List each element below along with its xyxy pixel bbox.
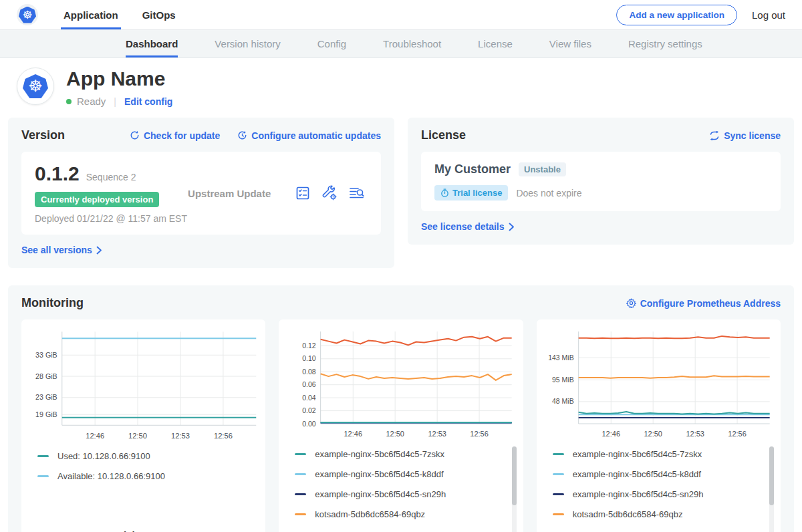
subnav-version-history[interactable]: Version history xyxy=(215,30,280,57)
svg-text:12:53: 12:53 xyxy=(686,430,704,438)
check-for-update-label: Check for update xyxy=(144,130,220,141)
cpu-usage-chart: 0.000.020.040.060.080.100.1212:4612:5012… xyxy=(285,326,516,441)
kubernetes-wheel-icon: ☸ xyxy=(23,74,48,98)
version-card: Version Check for update Configure au xyxy=(8,118,394,268)
legend-scrollbar[interactable] xyxy=(769,446,774,532)
svg-text:12:56: 12:56 xyxy=(471,430,489,438)
lines-magnifier-icon xyxy=(349,186,365,201)
see-license-details-link[interactable]: See license details xyxy=(421,221,515,232)
disk-usage-chart-title: Disk Usage xyxy=(28,529,259,532)
svg-text:12:50: 12:50 xyxy=(128,432,147,440)
legend-swatch xyxy=(553,473,564,475)
app-subnav: Dashboard Version history Config Trouble… xyxy=(0,30,802,58)
legend-scrollbar[interactable] xyxy=(512,446,517,532)
configure-automatic-updates-label: Configure automatic updates xyxy=(251,130,381,141)
deployed-timestamp: Deployed 01/21/22 @ 11:57 am EST xyxy=(35,213,188,224)
svg-text:12:56: 12:56 xyxy=(214,432,233,440)
subnav-view-files[interactable]: View files xyxy=(549,30,591,57)
license-card: License Sync license My Customer Unstabl… xyxy=(408,118,794,245)
svg-text:12:56: 12:56 xyxy=(728,430,747,438)
deployed-version-badge: Currently deployed version xyxy=(35,192,159,207)
cpu-usage-legend: example-nginx-5bc6f5d4c5-7zskxexample-ng… xyxy=(295,449,507,519)
top-navbar: ☸ Application GitOps Add a new applicati… xyxy=(0,0,802,30)
legend-label: example-nginx-5bc6f5d4c5-7zskx xyxy=(573,449,702,459)
svg-text:0.04: 0.04 xyxy=(303,394,317,402)
summary-cards-row: Version Check for update Configure au xyxy=(8,118,794,268)
cpu-usage-chart-title: CPU Usage xyxy=(285,529,516,532)
tab-gitops[interactable]: GitOps xyxy=(140,0,178,29)
disk-usage-chart: 19 GiB23 GiB28 GiB33 GiB12:4612:5012:531… xyxy=(28,326,259,443)
subnav-registry-settings[interactable]: Registry settings xyxy=(628,30,702,57)
legend-swatch xyxy=(295,513,306,515)
upstream-update-label: Upstream Update xyxy=(188,188,295,199)
see-all-versions-label: See all versions xyxy=(21,245,92,255)
legend-label: kotsadm-5db6dc6584-69qbz xyxy=(573,509,683,519)
legend-item: example-nginx-5bc6f5d4c5-7zskx xyxy=(553,449,765,459)
legend-swatch xyxy=(553,513,564,515)
legend-item: example-nginx-5bc6f5d4c5-7zskx xyxy=(295,449,507,459)
charts-row: 19 GiB23 GiB28 GiB33 GiB12:4612:5012:531… xyxy=(21,319,781,532)
subnav-dashboard[interactable]: Dashboard xyxy=(126,30,178,57)
legend-item: example-nginx-5bc6f5d4c5-k8ddf xyxy=(295,469,507,479)
configure-automatic-updates-link[interactable]: Configure automatic updates xyxy=(237,130,381,141)
legend-swatch xyxy=(295,473,306,475)
subnav-config[interactable]: Config xyxy=(317,30,346,57)
wrench-gear-icon xyxy=(321,185,338,201)
ready-status-dot xyxy=(66,99,72,104)
clock-refresh-icon xyxy=(237,130,247,140)
legend-swatch xyxy=(295,493,306,495)
logout-button[interactable]: Log out xyxy=(752,9,785,21)
subnav-license[interactable]: License xyxy=(478,30,513,57)
svg-text:12:50: 12:50 xyxy=(644,430,662,438)
channel-badge: Unstable xyxy=(519,162,566,176)
configure-prometheus-link[interactable]: Configure Prometheus Address xyxy=(626,298,781,309)
disk-usage-legend: Used: 10.128.0.66:9100Available: 10.128.… xyxy=(37,451,249,481)
sync-icon xyxy=(709,131,720,140)
edit-config-link[interactable]: Edit config xyxy=(124,96,172,107)
subnav-troubleshoot[interactable]: Troubleshoot xyxy=(383,30,441,57)
svg-text:12:46: 12:46 xyxy=(86,432,104,440)
tab-application[interactable]: Application xyxy=(61,0,121,29)
chevron-right-icon xyxy=(509,223,515,231)
checklist-icon xyxy=(295,186,310,201)
sync-license-label: Sync license xyxy=(724,130,781,141)
configure-prometheus-label: Configure Prometheus Address xyxy=(640,298,781,309)
monitoring-title: Monitoring xyxy=(21,296,84,310)
stopwatch-icon xyxy=(440,188,449,197)
check-for-update-link[interactable]: Check for update xyxy=(130,130,220,141)
cpu-usage-chart-card: 0.000.020.040.060.080.100.1212:4612:5012… xyxy=(279,319,523,532)
divider: | xyxy=(114,96,116,107)
customer-name: My Customer xyxy=(434,162,511,176)
legend-swatch xyxy=(37,475,49,477)
svg-text:12:50: 12:50 xyxy=(386,430,405,438)
svg-text:0.06: 0.06 xyxy=(303,380,317,388)
legend-label: example-nginx-5bc6f5d4c5-sn29h xyxy=(315,489,446,499)
svg-text:0.00: 0.00 xyxy=(303,420,317,428)
release-notes-button[interactable] xyxy=(295,186,310,201)
legend-item: example-nginx-5bc6f5d4c5-sn29h xyxy=(553,489,765,499)
memory-usage-legend: example-nginx-5bc6f5d4c5-7zskxexample-ng… xyxy=(553,449,765,519)
legend-swatch xyxy=(295,453,306,455)
legend-label: kotsadm-5db6dc6584-69qbz xyxy=(315,509,425,519)
add-application-button[interactable]: Add a new application xyxy=(616,5,737,25)
gear-icon xyxy=(626,298,636,308)
legend-swatch xyxy=(37,455,49,457)
see-all-versions-link[interactable]: See all versions xyxy=(21,245,102,255)
legend-item: Used: 10.128.0.66:9100 xyxy=(37,451,249,461)
config-values-button[interactable] xyxy=(321,185,338,201)
version-card-title: Version xyxy=(21,128,65,142)
svg-text:0.02: 0.02 xyxy=(303,406,317,414)
sync-license-link[interactable]: Sync license xyxy=(709,130,781,141)
chevron-right-icon xyxy=(96,246,102,255)
trial-license-label: Trial license xyxy=(452,188,502,198)
view-diff-button[interactable] xyxy=(349,186,365,201)
legend-item: Available: 10.128.0.66:9100 xyxy=(37,471,249,481)
expiry-label: Does not expire xyxy=(516,188,581,198)
kubernetes-logo: ☸ xyxy=(17,0,38,29)
svg-text:0.08: 0.08 xyxy=(303,368,317,376)
svg-text:0.10: 0.10 xyxy=(303,354,317,362)
legend-label: example-nginx-5bc6f5d4c5-k8ddf xyxy=(315,469,443,479)
legend-label: example-nginx-5bc6f5d4c5-7zskx xyxy=(315,449,444,459)
version-number: 0.1.2 xyxy=(35,162,80,185)
memory-usage-chart-card: 48 MiB95 MiB143 MiB12:4612:5012:5312:56 … xyxy=(537,319,781,532)
